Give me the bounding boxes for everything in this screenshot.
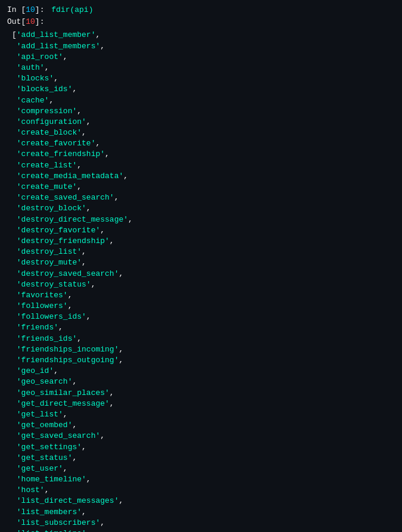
list-item: 'get_saved_search',	[12, 431, 395, 441]
list-item: 'create_favorite',	[12, 138, 395, 149]
list-item: 'destroy_saved_search',	[12, 269, 395, 279]
list-item: 'list_members',	[12, 507, 395, 518]
notebook-cell: In [10]: fdir(api) Out[10]: ['add_list_m…	[0, 0, 402, 532]
list-item: 'friends_ids',	[12, 334, 395, 344]
list-item: 'geo_id',	[12, 366, 395, 377]
list-item: 'get_direct_message',	[12, 399, 395, 409]
list-item: 'host',	[12, 485, 395, 496]
list-item: 'get_status',	[12, 453, 395, 463]
list-item: 'api_root',	[12, 52, 395, 63]
list-item: 'get_settings',	[12, 442, 395, 453]
list-item: 'create_mute',	[12, 182, 395, 192]
list-item: 'add_list_members',	[12, 41, 395, 52]
input-code: fdir(api)	[51, 5, 93, 15]
list-item: 'compression',	[12, 106, 395, 117]
output-area: ['add_list_member', 'add_list_members', …	[7, 30, 395, 532]
list-item: 'destroy_favorite',	[12, 225, 395, 236]
list-item: 'create_media_metadata',	[12, 171, 395, 182]
list-item: 'geo_similar_places',	[12, 388, 395, 399]
func-call: fdir(api)	[51, 5, 93, 14]
list-item: 'create_list',	[12, 160, 395, 171]
list-item: 'destroy_mute',	[12, 257, 395, 268]
list-item: 'create_saved_search',	[12, 192, 395, 203]
list-item: 'auth',	[12, 63, 395, 73]
input-number: 10	[26, 5, 35, 14]
list-item: 'blocks_ids',	[12, 84, 395, 95]
list-item: 'followers',	[12, 301, 395, 312]
list-item: 'destroy_friendship',	[12, 236, 395, 247]
list-item: 'cache',	[12, 95, 395, 106]
output-number: 10	[26, 17, 35, 26]
list-item: 'destroy_list',	[12, 247, 395, 257]
output-prompt: Out[10]:	[7, 17, 44, 27]
list-item: ['add_list_member',	[12, 30, 395, 41]
input-line: In [10]: fdir(api)	[7, 5, 395, 15]
list-item: 'get_user',	[12, 463, 395, 474]
list-item: 'followers_ids',	[12, 312, 395, 322]
list-item: 'list_direct_messages',	[12, 496, 395, 506]
list-item: 'get_oembed',	[12, 420, 395, 431]
list-item: 'favorites',	[12, 290, 395, 301]
list-item: 'destroy_status',	[12, 279, 395, 290]
list-item: 'list_timeline',	[12, 528, 395, 532]
list-item: 'create_block',	[12, 127, 395, 138]
output-line: Out[10]:	[7, 17, 395, 27]
list-item: 'get_list',	[12, 409, 395, 420]
list-item: 'home_timeline',	[12, 474, 395, 485]
list-item: 'blocks',	[12, 73, 395, 84]
list-item: 'destroy_block',	[12, 203, 395, 214]
list-item: 'friends',	[12, 322, 395, 333]
list-item: 'friendships_outgoing',	[12, 355, 395, 366]
list-item: 'geo_search',	[12, 377, 395, 387]
list-item: 'list_subscribers',	[12, 518, 395, 528]
list-item: 'friendships_incoming',	[12, 344, 395, 355]
input-prompt: In [10]:	[7, 5, 49, 15]
list-item: 'configuration',	[12, 117, 395, 127]
list-item: 'destroy_direct_message',	[12, 214, 395, 225]
list-item: 'create_friendship',	[12, 149, 395, 160]
